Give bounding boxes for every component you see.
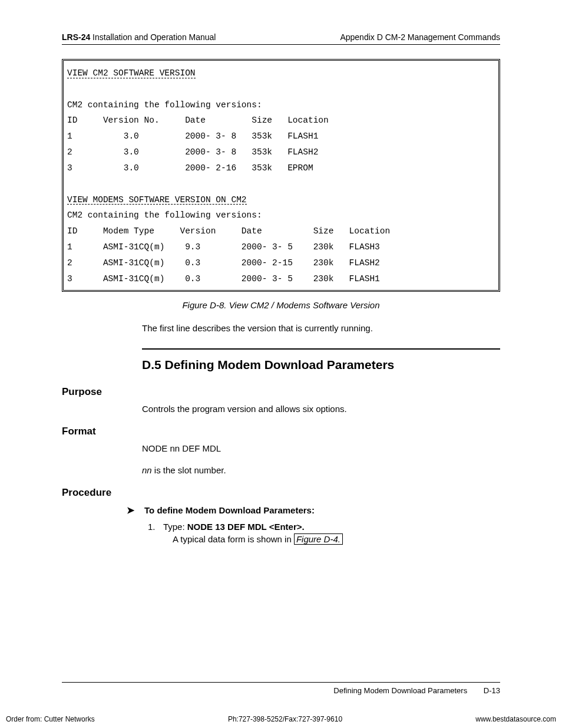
- footer-page-number: D-13: [484, 686, 500, 695]
- purpose-text: Controls the program version and allows …: [142, 404, 500, 414]
- footer-section-label: Defining Modem Download Parameters: [333, 686, 467, 695]
- terminal-heading-1: VIEW CM2 SOFTWARE VERSION: [67, 69, 196, 78]
- terminal-output-box: VIEW CM2 SOFTWARE VERSION CM2 containing…: [62, 59, 500, 292]
- step-type-label: Type:: [163, 522, 187, 532]
- running-header: LRS-24 Installation and Operation Manual…: [62, 32, 500, 45]
- figure-reference-link[interactable]: Figure D-4.: [294, 533, 343, 545]
- terminal-table1-row: 2 3.0 2000- 3- 8 353k FLASH2: [67, 147, 318, 157]
- vendor-footer: Order from: Cutter Networks Ph:727-398-5…: [0, 715, 562, 723]
- figure-caption: Figure D-8. View CM2 / Modems Software V…: [62, 300, 500, 310]
- terminal-table2-row: 3 ASMI-31CQ(m) 0.3 2000- 3- 5 230k FLASH…: [67, 274, 380, 284]
- terminal-table2-row: 2 ASMI-31CQ(m) 0.3 2000- 2-15 230k FLASH…: [67, 258, 380, 268]
- terminal-table1-row: 3 3.0 2000- 2-16 353k EPROM: [67, 163, 313, 173]
- terminal-table2-header: ID Modem Type Version Date Size Location: [67, 226, 390, 236]
- vendor-right: www.bestdatasource.com: [475, 715, 556, 723]
- format-heading: Format: [62, 426, 500, 437]
- procedure-lead-text: To define Modem Download Parameters:: [144, 505, 315, 515]
- substep-text: A typical data form is shown in: [173, 534, 294, 544]
- procedure-lead: ➤ To define Modem Download Parameters:: [127, 505, 500, 516]
- header-doc-title: Installation and Operation Manual: [90, 32, 216, 42]
- procedure-substep: A typical data form is shown in Figure D…: [173, 534, 500, 544]
- arrow-icon: ➤: [127, 505, 137, 516]
- header-right: Appendix D CM-2 Management Commands: [340, 32, 500, 42]
- procedure-step: 1. Type: NODE 13 DEF MDL <Enter>. A typi…: [148, 522, 500, 544]
- format-note-var: nn: [142, 465, 152, 475]
- format-note-rest: is the slot number.: [152, 465, 226, 475]
- section-rule: [142, 348, 500, 350]
- header-product: LRS-24: [62, 32, 90, 42]
- page-footer: Defining Modem Download Parameters D-13: [62, 682, 500, 695]
- terminal-table1-row: 1 3.0 2000- 3- 8 353k FLASH1: [67, 131, 318, 141]
- step-number: 1.: [148, 522, 161, 532]
- procedure-block: ➤ To define Modem Download Parameters: 1…: [127, 505, 500, 544]
- step-command: NODE 13 DEF MDL <Enter>.: [187, 522, 305, 532]
- terminal-heading-2: VIEW MODEMS SOFTWARE VERSION ON CM2: [67, 196, 247, 205]
- procedure-heading: Procedure: [62, 487, 500, 499]
- terminal-intro-1: CM2 containing the following versions:: [67, 100, 262, 110]
- terminal-table1-header: ID Version No. Date Size Location: [67, 116, 329, 125]
- figure-followup-text: The first line describes the version tha…: [142, 323, 500, 333]
- purpose-heading: Purpose: [62, 386, 500, 398]
- format-command: NODE nn DEF MDL: [142, 443, 500, 453]
- vendor-left: Order from: Cutter Networks: [6, 715, 95, 723]
- header-left: LRS-24 Installation and Operation Manual: [62, 32, 216, 42]
- terminal-table2-row: 1 ASMI-31CQ(m) 9.3 2000- 3- 5 230k FLASH…: [67, 242, 380, 252]
- vendor-center: Ph:727-398-5252/Fax:727-397-9610: [228, 715, 342, 723]
- format-note: nn is the slot number.: [142, 465, 500, 475]
- terminal-intro-2: CM2 containing the following versions:: [67, 210, 262, 220]
- section-title: D.5 Defining Modem Download Parameters: [142, 358, 500, 372]
